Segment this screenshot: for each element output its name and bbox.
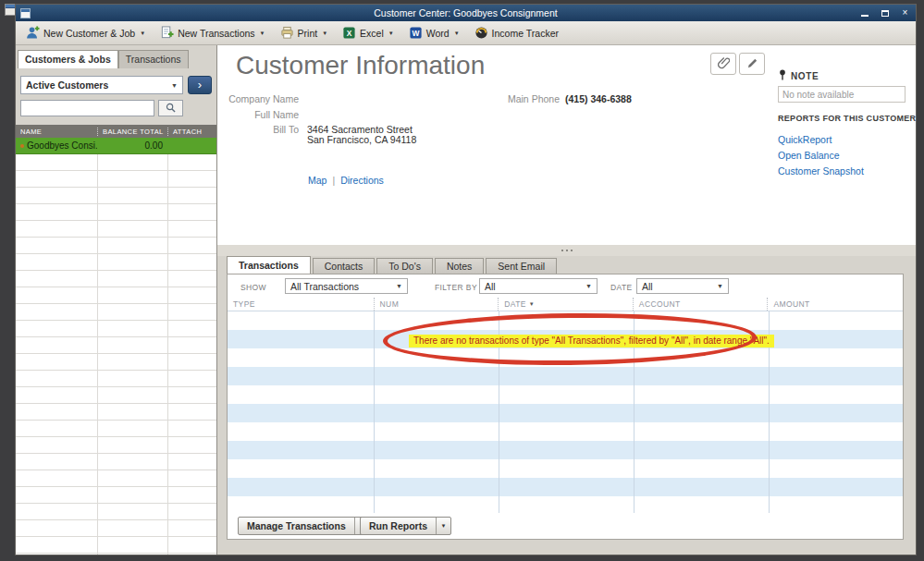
maximize-button[interactable] — [879, 8, 891, 18]
filter-by-label: FILTER BY — [435, 283, 477, 292]
word-label: Word — [426, 28, 450, 39]
transactions-panel: SHOW All Transactions ▼ FILTER BY All ▼ … — [227, 274, 904, 540]
collapse-panel-button[interactable]: › — [188, 76, 212, 94]
show-select[interactable]: All Transactions ▼ — [285, 278, 408, 294]
main-phone-label: Main Phone — [486, 93, 560, 104]
new-transactions-button[interactable]: New Transactions ▼ — [155, 24, 271, 42]
customer-name-cell: Goodbyes Consi... — [16, 140, 97, 151]
column-divider — [374, 311, 375, 515]
column-divider — [167, 138, 168, 555]
main-phone-value: (415) 346-6388 — [565, 93, 632, 104]
customer-name: Goodbyes Consi... — [27, 140, 97, 151]
customer-filter-select[interactable]: Active Customers ▼ — [20, 76, 183, 94]
print-label: Print — [298, 28, 318, 39]
show-label: SHOW — [240, 283, 266, 292]
column-balance-total: BALANCE TOTAL — [97, 128, 167, 136]
column-date[interactable]: DATE▼ — [498, 298, 633, 311]
chevron-down-icon: ▼ — [388, 30, 394, 36]
column-num[interactable]: NUM — [374, 298, 499, 311]
chevron-down-icon: ▼ — [585, 283, 592, 289]
tab-transactions[interactable]: Transactions — [227, 256, 311, 274]
directions-link[interactable]: Directions — [340, 175, 384, 186]
splitter-dot — [566, 250, 568, 251]
note-heading: NOTE — [791, 71, 819, 81]
new-customer-job-label: New Customer & Job — [43, 28, 135, 39]
tab-notes[interactable]: Notes — [435, 258, 484, 274]
map-link[interactable]: Map — [308, 175, 326, 186]
customer-filter-value: Active Customers — [26, 79, 108, 91]
customer-marker-icon — [20, 144, 24, 148]
edit-customer-button[interactable] — [739, 53, 765, 75]
customer-information-section: Customer Information Company Name Full N… — [217, 45, 916, 245]
close-button[interactable]: × — [899, 8, 911, 18]
chevron-down-icon[interactable]: ▼ — [436, 518, 450, 534]
panel-splitter-handle[interactable] — [217, 245, 916, 256]
titlebar[interactable]: Customer Center: Goodbyes Consignment × — [16, 5, 916, 21]
filter-row: SHOW All Transactions ▼ FILTER BY All ▼ … — [228, 274, 903, 298]
customer-row-selected[interactable]: Goodbyes Consi... 0.00 — [16, 138, 216, 154]
note-heading-row: NOTE — [778, 69, 819, 82]
customer-snapshot-link[interactable]: Customer Snapshot — [778, 165, 864, 177]
svg-text:X: X — [347, 29, 352, 38]
open-balance-link[interactable]: Open Balance — [778, 150, 840, 161]
print-button[interactable]: Print ▼ — [276, 24, 335, 42]
quickreport-link[interactable]: QuickReport — [778, 134, 832, 145]
desktop-background: { "colors": { "selection_green": "#58a32… — [0, 0, 924, 561]
transactions-grid-header: TYPE NUM DATE▼ ACCOUNT AMOUNT — [228, 298, 903, 311]
chevron-down-icon: ▼ — [322, 30, 327, 36]
tab-todos[interactable]: To Do's — [376, 258, 433, 274]
transactions-section: Transactions Contacts To Do's Notes Sent… — [217, 256, 916, 555]
pencil-icon — [746, 57, 758, 71]
reports-heading: REPORTS FOR THIS CUSTOMER — [778, 114, 916, 123]
print-icon — [280, 26, 294, 40]
income-tracker-button[interactable]: Income Tracker — [470, 24, 565, 42]
splitter-dot — [571, 250, 573, 251]
income-tracker-label: Income Tracker — [492, 28, 559, 39]
word-icon: W — [409, 26, 423, 40]
minimize-button[interactable] — [858, 8, 870, 18]
word-button[interactable]: W Word ▼ — [404, 24, 466, 42]
customer-search-input[interactable] — [20, 100, 154, 116]
column-amount-label: AMOUNT — [773, 299, 809, 309]
attach-file-button[interactable] — [710, 53, 736, 75]
filter-by-select[interactable]: All ▼ — [479, 278, 598, 294]
tab-sent-email[interactable]: Sent Email — [486, 258, 557, 274]
column-num-label: NUM — [380, 299, 400, 309]
sort-desc-icon: ▼ — [529, 301, 535, 307]
search-icon — [166, 103, 176, 115]
close-icon: × — [903, 8, 908, 18]
transactions-grid-body: There are no transactions of type "All T… — [228, 311, 903, 515]
bottom-strip — [217, 540, 916, 555]
new-customer-job-button[interactable]: New Customer & Job ▼ — [21, 24, 152, 42]
column-type[interactable]: TYPE — [228, 298, 374, 311]
page-title: Customer Information — [236, 51, 485, 80]
excel-label: Excel — [360, 28, 384, 39]
date-select[interactable]: All ▼ — [636, 278, 729, 294]
full-name-label: Full Name — [217, 109, 299, 120]
customer-center-window: Customer Center: Goodbyes Consignment × … — [15, 4, 917, 555]
chevron-down-icon: ▼ — [396, 283, 402, 289]
search-button[interactable] — [158, 100, 183, 116]
new-transactions-icon — [160, 26, 174, 40]
date-label: DATE — [610, 283, 633, 292]
filter-by-select-value: All — [485, 281, 496, 292]
note-input[interactable] — [778, 86, 906, 103]
tab-customers-jobs[interactable]: Customers & Jobs — [18, 50, 118, 68]
link-separator: | — [332, 175, 335, 186]
manage-transactions-button[interactable]: Manage Transactions ▼ — [238, 517, 370, 535]
new-transactions-label: New Transactions — [178, 28, 254, 39]
chevron-down-icon: ▼ — [717, 283, 723, 289]
column-account-label: ACCOUNT — [639, 299, 681, 309]
tab-transactions-sidebar[interactable]: Transactions — [118, 50, 189, 68]
run-reports-button[interactable]: Run Reports ▼ — [360, 517, 451, 535]
column-amount[interactable]: AMOUNT — [767, 298, 903, 311]
date-select-value: All — [642, 281, 653, 292]
tab-contacts[interactable]: Contacts — [313, 258, 375, 274]
excel-button[interactable]: X Excel ▼ — [338, 24, 400, 42]
no-transactions-message: There are no transactions of type "All T… — [409, 335, 774, 348]
customer-balance-cell: 0.00 — [97, 140, 167, 151]
column-account[interactable]: ACCOUNT — [633, 298, 768, 311]
chevron-down-icon: ▼ — [260, 30, 265, 36]
chevron-down-icon: ▼ — [171, 82, 178, 89]
column-date-label: DATE — [504, 299, 526, 309]
